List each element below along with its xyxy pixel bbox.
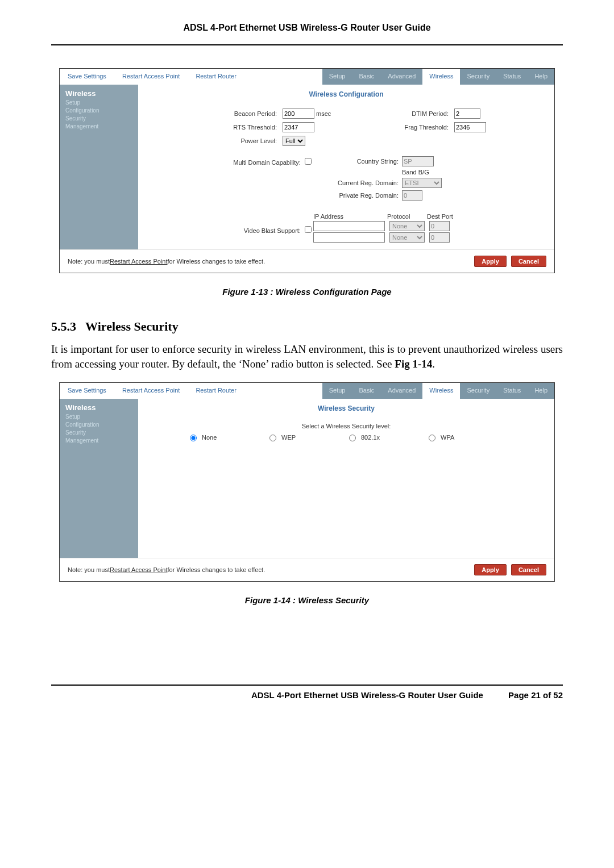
security-panel: Wireless Security Select a Wireless Secu… (138, 399, 554, 558)
section-paragraph: It is important for user to enforce secu… (51, 342, 563, 371)
sidebar-heading: Wireless (65, 89, 132, 98)
note-post: for Wireless changes to take effect. (167, 258, 265, 265)
radio-none[interactable]: None (187, 433, 267, 441)
sidebar: Wireless Setup Configuration Security Ma… (60, 85, 138, 249)
radio-8021x[interactable]: 802.1x (346, 433, 426, 441)
power-level-select[interactable]: Full (283, 136, 305, 146)
restart-router-link[interactable]: Restart Router (188, 69, 244, 85)
country-string-label: Country String: (313, 158, 402, 165)
rts-threshold-input[interactable] (283, 122, 314, 132)
tab-status[interactable]: Status (496, 383, 528, 399)
doc-header: ADSL 4-Port Ethernet USB Wireless-G Rout… (51, 23, 563, 45)
multi-domain-checkbox[interactable] (305, 158, 312, 165)
restart-access-point-note-link[interactable]: Restart Access Point (110, 258, 168, 265)
ip-address-input-1[interactable] (313, 221, 385, 231)
tab-setup[interactable]: Setup (322, 69, 352, 85)
note-post: for Wireless changes to take effect. (167, 566, 265, 573)
sidebar-item-setup[interactable]: Setup (65, 413, 132, 421)
top-bar: Save Settings Restart Access Point Resta… (60, 383, 554, 399)
tab-basic[interactable]: Basic (352, 69, 381, 85)
sidebar-heading: Wireless (65, 403, 132, 412)
sidebar-item-configuration[interactable]: Configuration (65, 107, 132, 115)
ip-address-header: IP Address (313, 213, 387, 220)
apply-button[interactable]: Apply (474, 564, 507, 575)
radio-wpa-input[interactable] (429, 435, 435, 441)
tab-help[interactable]: Help (528, 69, 554, 85)
sidebar-item-management[interactable]: Management (65, 437, 132, 445)
apply-button[interactable]: Apply (474, 256, 507, 267)
sidebar-item-setup[interactable]: Setup (65, 99, 132, 107)
config-panel: Wireless Configuration Beacon Period: ms… (138, 85, 554, 249)
protocol-select-2[interactable]: None (389, 232, 425, 243)
section-heading: 5.5.3 Wireless Security (51, 319, 563, 334)
video-blast-label: Video Blast Support: (244, 227, 301, 234)
tab-help[interactable]: Help (528, 383, 554, 399)
protocol-header: Protocol (387, 213, 427, 220)
note-bar: Note: you must Restart Access Point for … (60, 558, 554, 581)
dtim-period-label: DTIM Period: (366, 110, 451, 117)
dest-port-input-1[interactable] (429, 221, 450, 231)
cancel-button[interactable]: Cancel (511, 256, 546, 267)
sidebar-item-security[interactable]: Security (65, 115, 132, 123)
dest-port-input-2[interactable] (429, 232, 450, 243)
figure-13-caption: Figure 1-13 : Wireless Configuration Pag… (51, 287, 563, 297)
radio-wep[interactable]: WEP (267, 433, 346, 441)
tab-basic[interactable]: Basic (352, 383, 381, 399)
ip-address-input-2[interactable] (313, 232, 385, 243)
sidebar: Wireless Setup Configuration Security Ma… (60, 399, 138, 558)
radio-none-input[interactable] (190, 435, 197, 441)
top-tabs: Setup Basic Advanced Wireless Security S… (322, 69, 554, 85)
restart-access-point-note-link[interactable]: Restart Access Point (110, 566, 168, 573)
security-radio-group: None WEP 802.1x WPA (148, 433, 544, 441)
country-string-input[interactable] (402, 156, 434, 166)
sidebar-item-management[interactable]: Management (65, 123, 132, 131)
sidebar-item-security[interactable]: Security (65, 429, 132, 437)
multi-domain-label: Multi Domain Capability: (233, 159, 301, 166)
band-label: Band B/G (402, 169, 429, 176)
dtim-period-input[interactable] (454, 108, 480, 119)
doc-footer: ADSL 4-Port Ethernet USB Wireless-G Rout… (51, 685, 563, 700)
radio-wpa[interactable]: WPA (426, 433, 505, 441)
note-bar: Note: you must Restart Access Point for … (60, 249, 554, 273)
tab-wireless[interactable]: Wireless (422, 69, 460, 85)
top-tabs: Setup Basic Advanced Wireless Security S… (322, 383, 554, 399)
current-reg-domain-select[interactable]: ETSI (402, 178, 442, 188)
tab-security[interactable]: Security (460, 383, 496, 399)
figure-14-caption: Figure 1-14 : Wireless Security (51, 595, 563, 605)
tab-security[interactable]: Security (460, 69, 496, 85)
current-reg-domain-label: Current Reg. Domain: (313, 180, 402, 186)
video-blast-checkbox[interactable] (305, 226, 312, 233)
panel-title: Wireless Configuration (148, 90, 544, 98)
tab-advanced[interactable]: Advanced (381, 383, 422, 399)
router-ui-security: Save Settings Restart Access Point Resta… (59, 382, 555, 582)
protocol-select-1[interactable]: None (389, 221, 425, 231)
beacon-period-input[interactable] (283, 108, 314, 119)
private-reg-domain-label: Private Reg. Domain: (313, 192, 402, 199)
private-reg-domain-input[interactable] (402, 190, 422, 201)
save-settings-link[interactable]: Save Settings (60, 69, 114, 85)
tab-setup[interactable]: Setup (322, 383, 352, 399)
cancel-button[interactable]: Cancel (511, 564, 546, 575)
rts-threshold-label: RTS Threshold: (171, 124, 279, 131)
save-settings-link[interactable]: Save Settings (60, 383, 114, 399)
frag-threshold-input[interactable] (454, 122, 486, 132)
radio-8021x-input[interactable] (349, 435, 356, 441)
restart-access-point-link[interactable]: Restart Access Point (114, 383, 188, 399)
sidebar-item-configuration[interactable]: Configuration (65, 421, 132, 429)
panel-title: Wireless Security (148, 404, 544, 412)
tab-advanced[interactable]: Advanced (381, 69, 422, 85)
router-ui-configuration: Save Settings Restart Access Point Resta… (59, 68, 555, 273)
restart-access-point-link[interactable]: Restart Access Point (114, 69, 188, 85)
restart-router-link[interactable]: Restart Router (188, 383, 244, 399)
note-pre: Note: you must (68, 258, 110, 265)
top-bar: Save Settings Restart Access Point Resta… (60, 69, 554, 85)
frag-threshold-label: Frag Threshold: (366, 124, 451, 131)
tab-wireless[interactable]: Wireless (422, 383, 460, 399)
beacon-period-unit: msec (316, 110, 331, 117)
tab-status[interactable]: Status (496, 69, 528, 85)
power-level-label: Power Level: (171, 137, 279, 144)
security-select-label: Select a Wireless Security level: (148, 423, 544, 429)
dest-port-header: Dest Port (427, 213, 467, 220)
radio-wep-input[interactable] (269, 435, 276, 441)
note-pre: Note: you must (68, 566, 110, 573)
